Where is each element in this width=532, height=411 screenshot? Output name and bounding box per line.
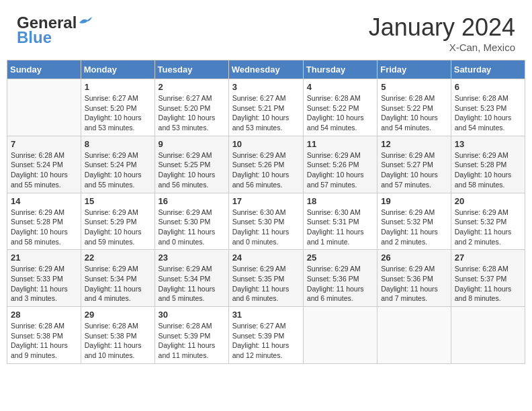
day-info: Sunrise: 6:29 AM Sunset: 5:26 PM Dayligh… — [307, 150, 373, 190]
calendar-cell: 2Sunrise: 6:27 AM Sunset: 5:20 PM Daylig… — [154, 79, 228, 136]
day-number: 14 — [11, 196, 77, 206]
location-subtitle: X-Can, Mexico — [369, 42, 515, 53]
calendar-cell: 30Sunrise: 6:28 AM Sunset: 5:39 PM Dayli… — [154, 307, 228, 364]
calendar-cell — [451, 307, 525, 364]
calendar-week-row: 21Sunrise: 6:29 AM Sunset: 5:33 PM Dayli… — [7, 250, 525, 307]
day-number: 16 — [159, 196, 225, 206]
calendar-cell: 23Sunrise: 6:29 AM Sunset: 5:34 PM Dayli… — [154, 250, 228, 307]
day-info: Sunrise: 6:29 AM Sunset: 5:28 PM Dayligh… — [455, 150, 521, 190]
weekday-header-friday: Friday — [378, 60, 451, 79]
day-number: 3 — [232, 82, 300, 92]
day-info: Sunrise: 6:27 AM Sunset: 5:20 PM Dayligh… — [159, 93, 225, 133]
calendar-cell — [303, 307, 377, 364]
calendar-cell: 4Sunrise: 6:28 AM Sunset: 5:22 PM Daylig… — [303, 79, 377, 136]
day-number: 10 — [232, 139, 300, 149]
weekday-header-wednesday: Wednesday — [228, 60, 303, 79]
day-info: Sunrise: 6:29 AM Sunset: 5:33 PM Dayligh… — [11, 264, 77, 304]
page-header: General Blue January 2024 X-Can, Mexico — [7, 7, 525, 56]
day-info: Sunrise: 6:29 AM Sunset: 5:34 PM Dayligh… — [159, 264, 225, 304]
day-info: Sunrise: 6:28 AM Sunset: 5:38 PM Dayligh… — [11, 321, 77, 361]
day-info: Sunrise: 6:29 AM Sunset: 5:32 PM Dayligh… — [455, 208, 521, 247]
day-number: 4 — [307, 82, 373, 92]
day-number: 2 — [159, 82, 225, 92]
day-number: 13 — [455, 139, 521, 149]
calendar-cell: 11Sunrise: 6:29 AM Sunset: 5:26 PM Dayli… — [303, 136, 377, 193]
day-info: Sunrise: 6:27 AM Sunset: 5:20 PM Dayligh… — [85, 93, 151, 133]
day-number: 12 — [381, 139, 447, 149]
day-number: 8 — [85, 139, 151, 149]
day-info: Sunrise: 6:29 AM Sunset: 5:24 PM Dayligh… — [85, 150, 151, 190]
calendar-cell: 5Sunrise: 6:28 AM Sunset: 5:22 PM Daylig… — [378, 79, 451, 136]
weekday-header-saturday: Saturday — [451, 60, 525, 79]
day-number: 27 — [455, 253, 521, 263]
logo: General Blue — [17, 13, 93, 47]
calendar-cell: 22Sunrise: 6:29 AM Sunset: 5:34 PM Dayli… — [81, 250, 154, 307]
title-block: January 2024 X-Can, Mexico — [369, 13, 515, 53]
day-info: Sunrise: 6:30 AM Sunset: 5:31 PM Dayligh… — [307, 208, 373, 247]
day-info: Sunrise: 6:28 AM Sunset: 5:38 PM Dayligh… — [85, 321, 151, 361]
calendar-cell: 28Sunrise: 6:28 AM Sunset: 5:38 PM Dayli… — [7, 307, 81, 364]
calendar-cell: 24Sunrise: 6:29 AM Sunset: 5:35 PM Dayli… — [228, 250, 303, 307]
calendar-week-row: 7Sunrise: 6:28 AM Sunset: 5:24 PM Daylig… — [7, 136, 525, 193]
day-info: Sunrise: 6:29 AM Sunset: 5:32 PM Dayligh… — [381, 208, 447, 247]
day-number: 25 — [307, 253, 373, 263]
day-info: Sunrise: 6:29 AM Sunset: 5:29 PM Dayligh… — [85, 208, 151, 247]
calendar-week-row: 28Sunrise: 6:28 AM Sunset: 5:38 PM Dayli… — [7, 307, 525, 364]
day-info: Sunrise: 6:28 AM Sunset: 5:37 PM Dayligh… — [455, 264, 521, 304]
day-info: Sunrise: 6:28 AM Sunset: 5:23 PM Dayligh… — [455, 93, 521, 133]
day-info: Sunrise: 6:29 AM Sunset: 5:30 PM Dayligh… — [159, 208, 225, 247]
weekday-header-row: SundayMondayTuesdayWednesdayThursdayFrid… — [7, 60, 525, 79]
calendar-cell — [7, 79, 81, 136]
calendar-week-row: 14Sunrise: 6:29 AM Sunset: 5:28 PM Dayli… — [7, 193, 525, 250]
day-info: Sunrise: 6:27 AM Sunset: 5:21 PM Dayligh… — [232, 93, 300, 133]
calendar-cell: 16Sunrise: 6:29 AM Sunset: 5:30 PM Dayli… — [154, 193, 228, 250]
day-number: 7 — [11, 139, 77, 149]
day-number: 9 — [159, 139, 225, 149]
day-info: Sunrise: 6:29 AM Sunset: 5:36 PM Dayligh… — [307, 264, 373, 304]
day-info: Sunrise: 6:28 AM Sunset: 5:39 PM Dayligh… — [159, 321, 225, 361]
day-number: 20 — [455, 196, 521, 206]
calendar-table: SundayMondayTuesdayWednesdayThursdayFrid… — [7, 60, 525, 364]
calendar-cell: 10Sunrise: 6:29 AM Sunset: 5:26 PM Dayli… — [228, 136, 303, 193]
calendar-cell: 8Sunrise: 6:29 AM Sunset: 5:24 PM Daylig… — [81, 136, 154, 193]
month-year-title: January 2024 — [369, 13, 515, 42]
calendar-cell: 6Sunrise: 6:28 AM Sunset: 5:23 PM Daylig… — [451, 79, 525, 136]
day-info: Sunrise: 6:28 AM Sunset: 5:22 PM Dayligh… — [307, 93, 373, 133]
day-number: 1 — [85, 82, 151, 92]
calendar-cell: 1Sunrise: 6:27 AM Sunset: 5:20 PM Daylig… — [81, 79, 154, 136]
day-info: Sunrise: 6:29 AM Sunset: 5:26 PM Dayligh… — [232, 150, 300, 190]
day-number: 29 — [85, 310, 151, 320]
day-number: 23 — [159, 253, 225, 263]
day-number: 15 — [85, 196, 151, 206]
logo-blue: Blue — [17, 28, 52, 47]
calendar-cell: 7Sunrise: 6:28 AM Sunset: 5:24 PM Daylig… — [7, 136, 81, 193]
calendar-cell: 12Sunrise: 6:29 AM Sunset: 5:27 PM Dayli… — [378, 136, 451, 193]
calendar-cell: 27Sunrise: 6:28 AM Sunset: 5:37 PM Dayli… — [451, 250, 525, 307]
calendar-cell: 20Sunrise: 6:29 AM Sunset: 5:32 PM Dayli… — [451, 193, 525, 250]
day-number: 17 — [232, 196, 300, 206]
day-number: 5 — [381, 82, 447, 92]
day-number: 26 — [381, 253, 447, 263]
day-info: Sunrise: 6:27 AM Sunset: 5:39 PM Dayligh… — [232, 321, 300, 361]
calendar-cell: 3Sunrise: 6:27 AM Sunset: 5:21 PM Daylig… — [228, 79, 303, 136]
day-number: 22 — [85, 253, 151, 263]
calendar-week-row: 1Sunrise: 6:27 AM Sunset: 5:20 PM Daylig… — [7, 79, 525, 136]
day-info: Sunrise: 6:28 AM Sunset: 5:24 PM Dayligh… — [11, 150, 77, 190]
calendar-cell: 13Sunrise: 6:29 AM Sunset: 5:28 PM Dayli… — [451, 136, 525, 193]
day-info: Sunrise: 6:28 AM Sunset: 5:22 PM Dayligh… — [381, 93, 447, 133]
day-number: 6 — [455, 82, 521, 92]
calendar-cell: 29Sunrise: 6:28 AM Sunset: 5:38 PM Dayli… — [81, 307, 154, 364]
calendar-cell: 19Sunrise: 6:29 AM Sunset: 5:32 PM Dayli… — [378, 193, 451, 250]
weekday-header-tuesday: Tuesday — [154, 60, 228, 79]
day-info: Sunrise: 6:29 AM Sunset: 5:36 PM Dayligh… — [381, 264, 447, 304]
day-info: Sunrise: 6:29 AM Sunset: 5:27 PM Dayligh… — [381, 150, 447, 190]
day-number: 18 — [307, 196, 373, 206]
day-number: 31 — [232, 310, 300, 320]
logo-bird-icon — [78, 16, 93, 27]
calendar-cell: 17Sunrise: 6:30 AM Sunset: 5:30 PM Dayli… — [228, 193, 303, 250]
day-info: Sunrise: 6:29 AM Sunset: 5:34 PM Dayligh… — [85, 264, 151, 304]
day-info: Sunrise: 6:30 AM Sunset: 5:30 PM Dayligh… — [232, 208, 300, 247]
day-number: 24 — [232, 253, 300, 263]
calendar-cell: 14Sunrise: 6:29 AM Sunset: 5:28 PM Dayli… — [7, 193, 81, 250]
calendar-cell: 9Sunrise: 6:29 AM Sunset: 5:25 PM Daylig… — [154, 136, 228, 193]
